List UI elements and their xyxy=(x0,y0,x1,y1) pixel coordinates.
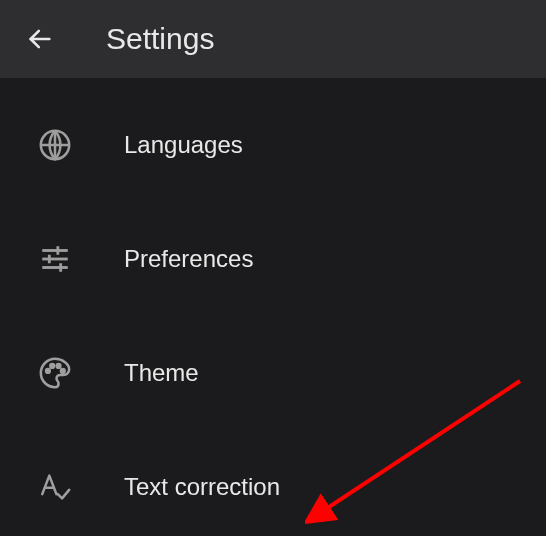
settings-item-theme[interactable]: Theme xyxy=(0,316,546,430)
sliders-icon xyxy=(36,240,74,278)
svg-rect-8 xyxy=(42,266,68,269)
svg-point-13 xyxy=(61,369,65,373)
palette-icon xyxy=(36,354,74,392)
svg-point-10 xyxy=(46,369,50,373)
svg-point-11 xyxy=(50,364,54,368)
svg-rect-7 xyxy=(48,255,51,264)
svg-rect-4 xyxy=(42,249,68,252)
svg-rect-6 xyxy=(42,258,68,261)
settings-item-preferences[interactable]: Preferences xyxy=(0,202,546,316)
settings-item-label: Theme xyxy=(124,359,199,387)
svg-point-12 xyxy=(57,364,61,368)
settings-item-label: Preferences xyxy=(124,245,253,273)
text-correction-icon xyxy=(36,468,74,506)
back-arrow-icon xyxy=(26,25,54,53)
globe-icon xyxy=(36,126,74,164)
svg-rect-9 xyxy=(59,263,62,272)
settings-item-label: Languages xyxy=(124,131,243,159)
settings-item-languages[interactable]: Languages xyxy=(0,88,546,202)
svg-rect-5 xyxy=(56,246,59,255)
settings-item-text-correction[interactable]: Text correction xyxy=(0,430,546,536)
settings-item-label: Text correction xyxy=(124,473,280,501)
settings-list: Languages Preferences Theme xyxy=(0,78,546,536)
page-title: Settings xyxy=(106,22,214,56)
back-button[interactable] xyxy=(20,19,60,59)
app-header: Settings xyxy=(0,0,546,78)
